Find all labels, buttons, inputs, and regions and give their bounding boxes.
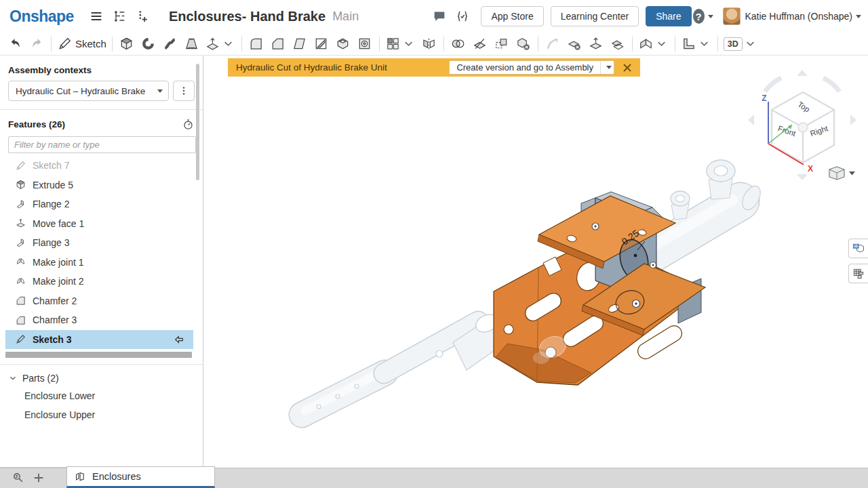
onshape-logo[interactable]: Onshape	[9, 7, 74, 26]
add-tab-button[interactable]	[28, 468, 49, 487]
insert-element-button[interactable]	[132, 6, 153, 26]
feature-filter-input[interactable]	[8, 136, 196, 153]
modify-fillet-button[interactable]	[542, 35, 564, 54]
rotate-right-arrow[interactable]	[850, 115, 856, 125]
chamfer-button[interactable]	[267, 35, 289, 54]
sheet-metal-icon	[638, 36, 654, 52]
assembly-context-value: Hydraulic Cut – Hydraulic Brake	[16, 86, 154, 96]
appearance-panel-toggle[interactable]	[848, 239, 868, 258]
undo-button[interactable]	[4, 35, 26, 54]
user-caret-icon[interactable]	[856, 15, 861, 18]
versions-history-button[interactable]	[109, 6, 130, 26]
view-menu-caret-icon[interactable]	[849, 171, 855, 176]
delete-part-button[interactable]	[513, 35, 534, 54]
parts-section-header[interactable]: Parts (2)	[0, 370, 203, 386]
shell-button[interactable]	[332, 35, 354, 54]
search-tabs-button[interactable]	[8, 468, 28, 487]
split-button[interactable]	[469, 35, 491, 54]
rotate-down-arrow[interactable]	[797, 174, 808, 180]
replace-face-button[interactable]	[607, 35, 629, 54]
banner-close-button[interactable]	[620, 60, 635, 75]
rotate-up-arrow[interactable]	[797, 70, 808, 76]
share-button[interactable]: Share	[646, 6, 691, 26]
fillet-icon	[248, 36, 264, 52]
versions-icon	[112, 9, 127, 24]
transform-button[interactable]	[491, 35, 513, 54]
main-menu-button[interactable]	[86, 6, 106, 26]
linear-pattern-button[interactable]	[383, 35, 418, 54]
assembly-context-select[interactable]: Hydraulic Cut – Hydraulic Brake	[8, 81, 169, 101]
sweep-button[interactable]	[159, 35, 181, 54]
version-options-dropdown[interactable]	[600, 61, 614, 74]
roll-ccw-arrow[interactable]	[765, 78, 781, 92]
learning-center-button[interactable]: Learning Center	[551, 6, 639, 26]
view-cube[interactable]: Top Front Right Z X	[748, 70, 856, 180]
frame-button[interactable]	[679, 35, 714, 54]
app-store-button[interactable]: App Store	[481, 6, 543, 26]
part-item-enclosure-lower[interactable]: Enclosure Lower	[0, 386, 203, 405]
revolve-button[interactable]	[138, 35, 159, 54]
feature-item-chamfer-2[interactable]: Chamfer 2	[5, 291, 193, 311]
tables-panel-toggle[interactable]	[848, 264, 868, 283]
feature-item-make-joint-2[interactable]: Make joint 2	[5, 272, 193, 291]
draft-button[interactable]	[289, 35, 311, 54]
sheet-metal-button[interactable]	[636, 35, 671, 54]
move-face-icon	[15, 218, 26, 229]
extrude-icon	[15, 179, 26, 190]
isometric-view-button[interactable]	[829, 167, 855, 180]
feature-item-make-joint-1[interactable]: Make joint 1	[5, 253, 193, 272]
roll-cw-arrow[interactable]	[823, 78, 840, 92]
graphics-area[interactable]: 0.25	[203, 56, 868, 468]
feature-item-flange-2[interactable]: Flange 2	[5, 195, 193, 214]
fillet-button[interactable]	[245, 35, 267, 54]
feature-label: Flange 3	[33, 237, 186, 248]
linear-pattern-icon	[385, 36, 401, 52]
part-item-enclosure-upper[interactable]: Enclosure Upper	[0, 405, 203, 424]
hole-button[interactable]	[354, 35, 376, 54]
transform-icon	[494, 36, 509, 52]
model-3d-view[interactable]: 0.25	[203, 56, 868, 468]
stopwatch-icon[interactable]	[182, 118, 195, 131]
sketch-button-label: Sketch	[75, 38, 106, 49]
feature-item-move-face-1[interactable]: Move face 1	[5, 214, 193, 234]
feature-label: Chamfer 2	[33, 296, 186, 306]
rib-button[interactable]	[311, 35, 332, 54]
help-menu-button[interactable]: ?	[693, 6, 713, 26]
feature-label: Sketch 3	[33, 334, 172, 345]
extrude-icon	[119, 36, 134, 52]
sketch-center-point[interactable]	[634, 254, 637, 258]
revolve-icon	[140, 36, 156, 52]
tab-part-studio-enclosures[interactable]: Enclosures	[66, 466, 215, 488]
document-title[interactable]: Enclosures- Hand Brake	[169, 9, 326, 24]
comments-button[interactable]	[429, 6, 450, 26]
feature-item-extrude-5[interactable]: Extrude 5	[5, 176, 193, 195]
feature-item-sketch-7[interactable]: Sketch 7	[5, 156, 193, 176]
view-3d-toggle[interactable]: 3D	[722, 35, 760, 54]
chevron-down-icon	[696, 36, 712, 52]
app-header: Onshape Enclosures- Hand Brake Main App …	[0, 0, 868, 33]
thicken-button[interactable]	[203, 35, 238, 54]
feature-item-chamfer-3[interactable]: Chamfer 3	[5, 310, 193, 330]
make-joint-icon	[15, 276, 26, 287]
move-face-button[interactable]	[585, 35, 607, 54]
context-menu-button[interactable]	[173, 81, 195, 101]
user-avatar[interactable]	[723, 7, 741, 25]
feature-list-scrollbar[interactable]	[196, 64, 199, 180]
delete-face-button[interactable]	[564, 35, 585, 54]
split-icon	[472, 36, 488, 52]
mirror-button[interactable]	[418, 35, 440, 54]
redo-button[interactable]	[26, 35, 47, 54]
rotate-left-arrow[interactable]	[748, 115, 754, 125]
workspace-name[interactable]: Main	[332, 9, 359, 24]
user-menu[interactable]: Katie Huffman (Onshape)	[745, 11, 853, 22]
boolean-button[interactable]	[448, 35, 469, 54]
extrude-button[interactable]	[116, 35, 138, 54]
create-version-button[interactable]: Create version and go to Assembly	[449, 60, 614, 75]
feature-item-sketch-3-selected[interactable]: Sketch 3	[5, 330, 193, 350]
ghost-master-cylinder[interactable]	[648, 160, 764, 256]
featurescript-button[interactable]	[452, 6, 473, 26]
rollback-bar[interactable]	[5, 352, 192, 358]
loft-button[interactable]	[181, 35, 203, 54]
feature-item-flange-3[interactable]: Flange 3	[5, 233, 193, 253]
sketch-button[interactable]: Sketch	[55, 35, 108, 54]
